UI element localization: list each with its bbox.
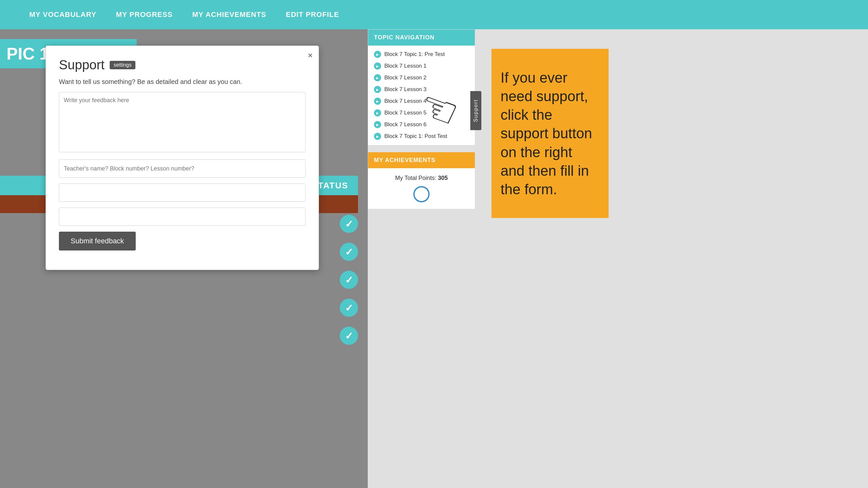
settings-badge[interactable]: settings: [110, 61, 135, 69]
nav-arrow-5: [374, 109, 381, 117]
blank-input-2[interactable]: [59, 207, 306, 226]
topic-nav-list: Block 7 Topic 1: Pre Test Block 7 Lesson…: [368, 45, 475, 145]
teacher-input[interactable]: [59, 159, 306, 177]
blank-input-1[interactable]: [59, 184, 306, 202]
check-circle-1: [340, 215, 358, 233]
nav-item-label-3: Block 7 Lesson 3: [384, 86, 426, 93]
nav-list-item-1[interactable]: Block 7 Lesson 1: [374, 62, 469, 70]
nav-item-label-0: Block 7 Topic 1: Pre Test: [384, 51, 445, 58]
annotation-box: If you ever need support, click the supp…: [491, 49, 609, 218]
navbar: MY VOCABULARY MY PROGRESS MY ACHIEVEMENT…: [0, 0, 868, 29]
submit-feedback-button[interactable]: Submit feedback: [59, 232, 136, 251]
points-text: My Total Points: 305: [375, 175, 468, 182]
nav-list-item-0[interactable]: Block 7 Topic 1: Pre Test: [374, 51, 469, 58]
main-content-area: PIC 1: ST STATUS × Support settings Want…: [0, 29, 368, 488]
check-circle-3: [340, 271, 358, 289]
support-tab[interactable]: Support: [470, 91, 482, 130]
modal-title-row: Support settings: [59, 58, 306, 72]
nav-item-label-6: Block 7 Lesson 6: [384, 121, 426, 128]
nav-item-label-2: Block 7 Lesson 2: [384, 74, 426, 81]
nav-item-label-5: Block 7 Lesson 5: [384, 110, 426, 116]
nav-list-item-6[interactable]: Block 7 Lesson 6: [374, 121, 469, 128]
annotation-text: If you ever need support, click the supp…: [501, 68, 599, 198]
right-sidebar: TOPIC NAVIGATION Block 7 Topic 1: Pre Te…: [368, 29, 475, 209]
nav-item-label-7: Block 7 Topic 1: Post Test: [384, 133, 447, 139]
nav-arrow-1: [374, 62, 381, 70]
feedback-textarea[interactable]: [59, 92, 306, 152]
topic-nav-header: TOPIC NAVIGATION: [368, 30, 475, 45]
modal-subtitle: Want to tell us something? Be as detaile…: [59, 78, 306, 86]
nav-list-item-5[interactable]: Block 7 Lesson 5: [374, 109, 469, 117]
achievement-circle: [413, 186, 430, 202]
nav-list-item-4[interactable]: Block 7 Lesson 4: [374, 98, 469, 105]
support-modal: × Support settings Want to tell us somet…: [45, 45, 319, 270]
points-value: 305: [438, 175, 448, 181]
check-circle-2: [340, 243, 358, 261]
points-label: My Total Points:: [395, 175, 436, 181]
check-circle-5: [340, 327, 358, 345]
achievements-panel: MY ACHIEVEMENTS My Total Points: 305: [368, 152, 475, 209]
nav-list-item-3[interactable]: Block 7 Lesson 3: [374, 86, 469, 93]
nav-arrow-0: [374, 51, 381, 58]
nav-list-item-7[interactable]: Block 7 Topic 1: Post Test: [374, 133, 469, 140]
nav-item-label-1: Block 7 Lesson 1: [384, 63, 426, 69]
support-tab-label: Support: [473, 99, 479, 122]
nav-my-achievements[interactable]: MY ACHIEVEMENTS: [192, 10, 267, 19]
nav-list-item-2[interactable]: Block 7 Lesson 2: [374, 74, 469, 82]
check-circle-4: [340, 299, 358, 317]
nav-edit-profile[interactable]: EDIT PROFILE: [286, 10, 339, 19]
nav-item-label-4: Block 7 Lesson 4: [384, 98, 426, 104]
topic-nav-panel: TOPIC NAVIGATION Block 7 Topic 1: Pre Te…: [368, 29, 475, 145]
nav-arrow-2: [374, 74, 381, 82]
nav-arrow-6: [374, 121, 381, 128]
modal-title: Support: [59, 58, 104, 72]
modal-close-button[interactable]: ×: [308, 51, 313, 61]
nav-my-vocabulary[interactable]: MY VOCABULARY: [29, 10, 96, 19]
nav-arrow-4: [374, 98, 381, 105]
nav-my-progress[interactable]: MY PROGRESS: [116, 10, 173, 19]
nav-arrow-7: [374, 133, 381, 140]
checkmarks-area: [340, 215, 358, 345]
achievements-header: MY ACHIEVEMENTS: [368, 152, 475, 168]
achievements-body: My Total Points: 305: [368, 168, 475, 209]
nav-arrow-3: [374, 86, 381, 93]
